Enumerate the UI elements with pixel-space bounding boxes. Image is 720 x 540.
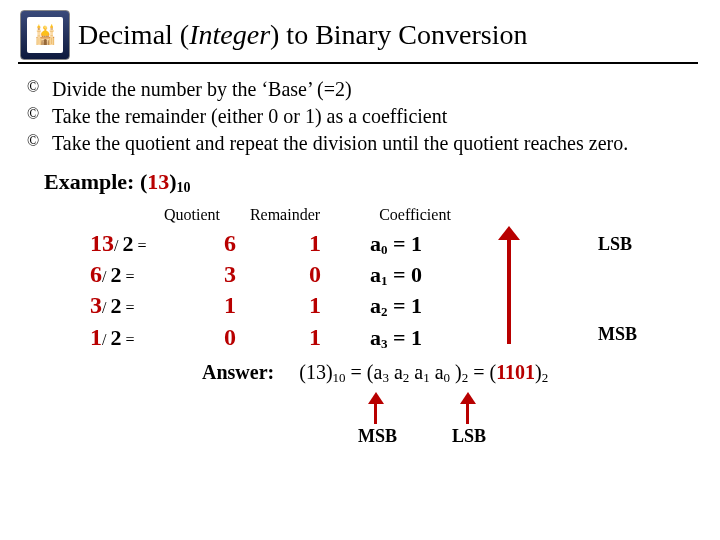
bullet-icon: © [24, 103, 42, 125]
slide-title: Decimal (Integer) to Binary Conversion [78, 19, 527, 51]
division-row: 6/ 2 =30a1 = 0 [90, 259, 700, 290]
bullet-text: Take the quotient and repeat the divisio… [52, 130, 628, 157]
bullet-icon: © [24, 130, 42, 152]
bullet-icon: © [24, 76, 42, 98]
col-header-coefficient: Coefficient [350, 206, 480, 224]
arrow-up-icon [498, 226, 520, 240]
col-header-remainder: Remainder [220, 206, 350, 224]
msb-label-bottom: MSB [358, 426, 397, 447]
answer-line: Answer: (13)10 = (a3 a2 a1 a0 )2 = (1101… [202, 361, 700, 386]
worked-example: Quotient Remainder Coefficient 13/ 2 =61… [90, 206, 700, 452]
bullet-text: Take the remainder (either 0 or 1) as a … [52, 103, 447, 130]
answer-bit-labels: MSB LSB [90, 392, 700, 452]
bullet-list: ©Divide the number by the ‘Base’ (=2) ©T… [24, 76, 700, 157]
division-row: 3/ 2 =11a2 = 1 [90, 290, 700, 321]
lsb-label: LSB [598, 234, 632, 255]
col-header-quotient: Quotient [90, 206, 220, 224]
title-underline [18, 62, 698, 64]
university-logo: 🕌 [20, 10, 70, 60]
example-heading: Example: (13)10 [44, 169, 700, 196]
msb-label: MSB [598, 324, 637, 345]
bullet-text: Divide the number by the ‘Base’ (=2) [52, 76, 352, 103]
mosque-icon: 🕌 [34, 24, 56, 46]
lsb-label-bottom: LSB [452, 426, 486, 447]
lsb-to-msb-arrow [498, 228, 520, 348]
